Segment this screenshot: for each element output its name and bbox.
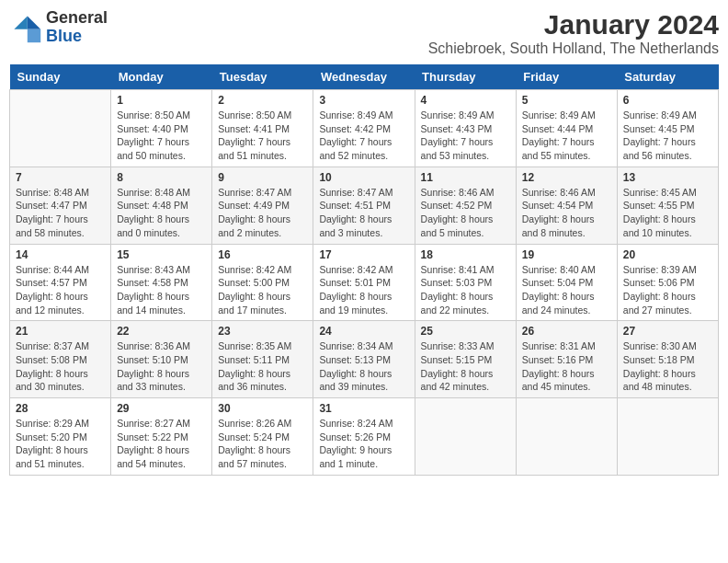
day-info: Sunrise: 8:44 AMSunset: 4:57 PMDaylight:… <box>16 263 105 317</box>
day-number: 4 <box>421 94 510 107</box>
day-number: 7 <box>16 171 105 184</box>
day-number: 26 <box>522 325 611 338</box>
calendar-cell: 16Sunrise: 8:42 AMSunset: 5:00 PMDayligh… <box>212 244 313 321</box>
day-number: 23 <box>218 325 307 338</box>
svg-marker-3 <box>14 16 27 29</box>
day-info: Sunrise: 8:34 AMSunset: 5:13 PMDaylight:… <box>319 339 408 394</box>
calendar-cell: 1Sunrise: 8:50 AMSunset: 4:40 PMDaylight… <box>111 90 212 167</box>
calendar-cell: 6Sunrise: 8:49 AMSunset: 4:45 PMDaylight… <box>617 90 718 167</box>
day-number: 6 <box>623 94 712 107</box>
calendar-cell: 29Sunrise: 8:27 AMSunset: 5:22 PMDayligh… <box>111 398 212 476</box>
calendar-cell: 31Sunrise: 8:24 AMSunset: 5:26 PMDayligh… <box>313 398 415 476</box>
calendar-body: 1Sunrise: 8:50 AMSunset: 4:40 PMDaylight… <box>10 90 719 476</box>
calendar-header-row: SundayMondayTuesdayWednesdayThursdayFrid… <box>10 64 719 90</box>
calendar-cell: 20Sunrise: 8:39 AMSunset: 5:06 PMDayligh… <box>617 244 718 321</box>
day-info: Sunrise: 8:50 AMSunset: 4:40 PMDaylight:… <box>117 109 206 163</box>
calendar-cell: 12Sunrise: 8:46 AMSunset: 4:54 PMDayligh… <box>516 167 617 244</box>
day-header-wednesday: Wednesday <box>313 64 415 90</box>
day-number: 13 <box>623 171 712 184</box>
svg-marker-2 <box>28 29 40 42</box>
calendar-cell: 17Sunrise: 8:42 AMSunset: 5:01 PMDayligh… <box>313 244 415 321</box>
day-number: 11 <box>421 171 510 184</box>
day-info: Sunrise: 8:31 AMSunset: 5:16 PMDaylight:… <box>522 339 611 394</box>
logo-general: General <box>46 8 108 27</box>
calendar-cell: 2Sunrise: 8:50 AMSunset: 4:41 PMDaylight… <box>212 90 313 167</box>
day-number: 1 <box>117 94 206 107</box>
calendar-cell: 30Sunrise: 8:26 AMSunset: 5:24 PMDayligh… <box>212 398 313 476</box>
day-number: 28 <box>16 402 105 415</box>
logo: General Blue <box>9 9 108 46</box>
day-info: Sunrise: 8:26 AMSunset: 5:24 PMDaylight:… <box>218 417 307 471</box>
calendar-cell: 21Sunrise: 8:37 AMSunset: 5:08 PMDayligh… <box>10 321 111 398</box>
calendar-cell <box>617 398 718 476</box>
subtitle: Schiebroek, South Holland, The Netherlan… <box>428 40 719 57</box>
day-info: Sunrise: 8:47 AMSunset: 4:49 PMDaylight:… <box>218 186 307 240</box>
calendar-cell: 18Sunrise: 8:41 AMSunset: 5:03 PMDayligh… <box>415 244 516 321</box>
title-area: January 2024 Schiebroek, South Holland, … <box>428 9 719 57</box>
day-number: 17 <box>319 248 408 261</box>
day-info: Sunrise: 8:46 AMSunset: 4:52 PMDaylight:… <box>421 186 510 240</box>
day-number: 27 <box>623 325 712 338</box>
day-info: Sunrise: 8:35 AMSunset: 5:11 PMDaylight:… <box>218 339 307 394</box>
day-info: Sunrise: 8:46 AMSunset: 4:54 PMDaylight:… <box>522 186 611 240</box>
calendar-cell: 11Sunrise: 8:46 AMSunset: 4:52 PMDayligh… <box>415 167 516 244</box>
day-number: 5 <box>522 94 611 107</box>
day-info: Sunrise: 8:49 AMSunset: 4:42 PMDaylight:… <box>319 109 408 163</box>
day-info: Sunrise: 8:45 AMSunset: 4:55 PMDaylight:… <box>623 186 712 240</box>
day-number: 31 <box>319 402 408 415</box>
day-number: 25 <box>421 325 510 338</box>
day-info: Sunrise: 8:49 AMSunset: 4:45 PMDaylight:… <box>623 109 712 163</box>
main-title: January 2024 <box>428 9 719 40</box>
day-info: Sunrise: 8:48 AMSunset: 4:47 PMDaylight:… <box>16 186 105 240</box>
day-info: Sunrise: 8:33 AMSunset: 5:15 PMDaylight:… <box>421 339 510 394</box>
day-info: Sunrise: 8:39 AMSunset: 5:06 PMDaylight:… <box>623 263 712 317</box>
day-info: Sunrise: 8:36 AMSunset: 5:10 PMDaylight:… <box>117 339 206 394</box>
calendar-cell <box>415 398 516 476</box>
calendar-week-1: 7Sunrise: 8:48 AMSunset: 4:47 PMDaylight… <box>10 167 719 244</box>
calendar-cell: 14Sunrise: 8:44 AMSunset: 4:57 PMDayligh… <box>10 244 111 321</box>
day-number: 14 <box>16 248 105 261</box>
calendar-cell: 22Sunrise: 8:36 AMSunset: 5:10 PMDayligh… <box>111 321 212 398</box>
logo-blue: Blue <box>46 27 82 45</box>
calendar-cell <box>10 90 111 167</box>
header: General Blue January 2024 Schiebroek, So… <box>9 9 719 57</box>
day-number: 21 <box>16 325 105 338</box>
day-info: Sunrise: 8:43 AMSunset: 4:58 PMDaylight:… <box>117 263 206 317</box>
calendar-week-2: 14Sunrise: 8:44 AMSunset: 4:57 PMDayligh… <box>10 244 719 321</box>
day-number: 19 <box>522 248 611 261</box>
day-number: 22 <box>117 325 206 338</box>
calendar-cell: 8Sunrise: 8:48 AMSunset: 4:48 PMDaylight… <box>111 167 212 244</box>
day-info: Sunrise: 8:40 AMSunset: 5:04 PMDaylight:… <box>522 263 611 317</box>
day-info: Sunrise: 8:41 AMSunset: 5:03 PMDaylight:… <box>421 263 510 317</box>
svg-marker-1 <box>28 16 40 29</box>
calendar-cell: 3Sunrise: 8:49 AMSunset: 4:42 PMDaylight… <box>313 90 415 167</box>
day-number: 9 <box>218 171 307 184</box>
day-number: 2 <box>218 94 307 107</box>
calendar-cell: 9Sunrise: 8:47 AMSunset: 4:49 PMDaylight… <box>212 167 313 244</box>
calendar-cell <box>516 398 617 476</box>
logo-text: General Blue <box>46 9 108 46</box>
calendar-cell: 28Sunrise: 8:29 AMSunset: 5:20 PMDayligh… <box>10 398 111 476</box>
day-number: 3 <box>319 94 408 107</box>
day-header-tuesday: Tuesday <box>212 64 313 90</box>
calendar-week-4: 28Sunrise: 8:29 AMSunset: 5:20 PMDayligh… <box>10 398 719 476</box>
day-number: 12 <box>522 171 611 184</box>
calendar-cell: 27Sunrise: 8:30 AMSunset: 5:18 PMDayligh… <box>617 321 718 398</box>
day-number: 30 <box>218 402 307 415</box>
day-info: Sunrise: 8:49 AMSunset: 4:43 PMDaylight:… <box>421 109 510 163</box>
day-header-sunday: Sunday <box>10 64 111 90</box>
day-number: 15 <box>117 248 206 261</box>
day-number: 18 <box>421 248 510 261</box>
day-header-saturday: Saturday <box>617 64 718 90</box>
calendar-week-3: 21Sunrise: 8:37 AMSunset: 5:08 PMDayligh… <box>10 321 719 398</box>
calendar-cell: 23Sunrise: 8:35 AMSunset: 5:11 PMDayligh… <box>212 321 313 398</box>
calendar-table: SundayMondayTuesdayWednesdayThursdayFrid… <box>9 64 719 476</box>
day-header-thursday: Thursday <box>415 64 516 90</box>
day-number: 8 <box>117 171 206 184</box>
day-header-monday: Monday <box>111 64 212 90</box>
day-info: Sunrise: 8:49 AMSunset: 4:44 PMDaylight:… <box>522 109 611 163</box>
day-number: 29 <box>117 402 206 415</box>
calendar-cell: 5Sunrise: 8:49 AMSunset: 4:44 PMDaylight… <box>516 90 617 167</box>
calendar-cell: 10Sunrise: 8:47 AMSunset: 4:51 PMDayligh… <box>313 167 415 244</box>
day-info: Sunrise: 8:27 AMSunset: 5:22 PMDaylight:… <box>117 417 206 471</box>
